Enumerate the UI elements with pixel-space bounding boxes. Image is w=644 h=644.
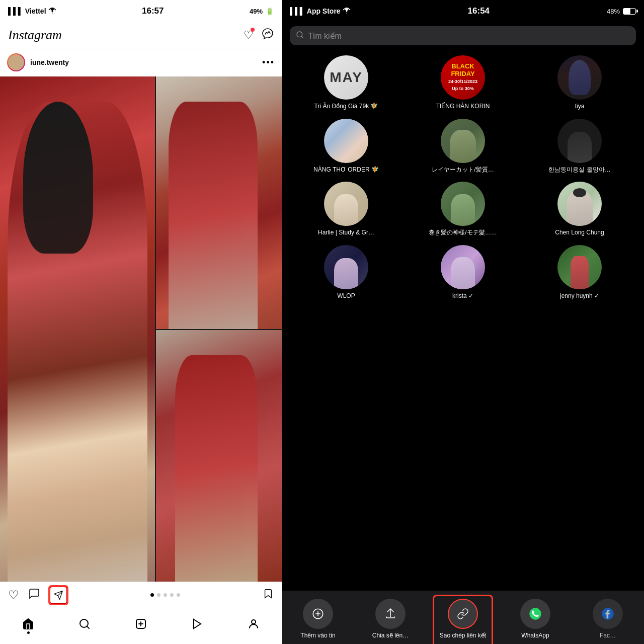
contact-korin[interactable]: BLACKFRIDAY24-30/11/2023Up to 30% TIẾNG … bbox=[407, 55, 519, 111]
nav-add[interactable] bbox=[130, 613, 152, 635]
facebook-svg bbox=[601, 607, 615, 621]
status-bar-right: ▌▌▌ App Store 16:54 48% bbox=[282, 0, 644, 22]
battery-right: 48% bbox=[607, 8, 620, 15]
contact-name-tiya: tiya bbox=[575, 103, 585, 111]
home-active-dot bbox=[27, 631, 30, 634]
maki-figure bbox=[451, 194, 475, 226]
svg-point-6 bbox=[529, 608, 541, 620]
contact-may[interactable]: MAY Tri Ân Đồng Giá 79k 🧚 bbox=[290, 55, 403, 111]
contact-jenny[interactable]: jenny huynh ✓ bbox=[523, 245, 636, 300]
contact-layer[interactable]: レイヤーカット/髪質… bbox=[407, 119, 519, 174]
contact-nangho[interactable]: NÀNG THƠ ORDER 🧚 bbox=[290, 119, 403, 174]
like-button[interactable]: ♡ bbox=[8, 588, 19, 602]
signal-icon: ▌▌▌ bbox=[8, 7, 23, 15]
profile-nav-icon bbox=[248, 618, 260, 630]
more-options-icon[interactable]: ••• bbox=[262, 57, 275, 68]
add-to-story-button[interactable]: Thêm vào tin bbox=[293, 599, 343, 640]
dot-2 bbox=[157, 593, 160, 597]
tiya-figure bbox=[569, 60, 591, 95]
contact-hannam[interactable]: 한남동미용실 올망아… bbox=[523, 119, 636, 174]
contact-name-harlie: Harlie | Study & Gr… bbox=[318, 229, 374, 237]
nav-home[interactable] bbox=[17, 613, 39, 635]
krista-figure bbox=[451, 257, 475, 289]
carrier-name: Viettel bbox=[25, 7, 46, 15]
bf-text: BLACKFRIDAY24-30/11/2023Up to 30% bbox=[448, 63, 477, 92]
app-store-status: ▌▌▌ App Store bbox=[290, 7, 351, 15]
contact-name-chen: Chen Long Chung bbox=[555, 229, 604, 237]
search-container: Tìm kiếm bbox=[282, 22, 644, 51]
jenny-figure bbox=[571, 256, 588, 289]
share-to-button[interactable]: Chia sẽ lên… bbox=[365, 599, 416, 640]
contact-krista[interactable]: krista ✓ bbox=[407, 245, 519, 300]
nav-reels[interactable] bbox=[186, 613, 208, 635]
battery-percent: 49% bbox=[250, 8, 263, 15]
bookmark-button[interactable] bbox=[263, 588, 274, 602]
notifications-button[interactable]: ♡ bbox=[244, 29, 254, 42]
comment-button[interactable] bbox=[28, 588, 40, 603]
wifi-icon bbox=[48, 7, 56, 15]
person-figure-br bbox=[175, 355, 258, 582]
copy-link-button[interactable]: Sao chép liên kết bbox=[438, 599, 488, 640]
add-to-story-label: Thêm vào tin bbox=[300, 632, 335, 640]
contact-chen[interactable]: Chen Long Chung bbox=[523, 182, 636, 237]
nav-profile[interactable] bbox=[243, 613, 265, 635]
hair-figure bbox=[23, 102, 93, 254]
contact-tiya[interactable]: tiya bbox=[523, 55, 636, 111]
dot-5 bbox=[177, 593, 180, 597]
share-to-label: Chia sẽ lên… bbox=[372, 632, 409, 640]
contact-name-korin: TIẾNG HÀN KORIN bbox=[436, 103, 490, 111]
contact-avatar-may: MAY bbox=[324, 55, 368, 100]
contact-name-may: Tri Ân Đồng Giá 79k 🧚 bbox=[314, 103, 378, 111]
contact-avatar-maki bbox=[441, 182, 485, 226]
search-nav-icon bbox=[78, 618, 91, 630]
contact-avatar-wlop bbox=[324, 245, 368, 289]
whatsapp-label: WhatsApp bbox=[521, 632, 549, 640]
person-figure-tr bbox=[169, 102, 257, 329]
username[interactable]: iune.twenty bbox=[30, 58, 69, 66]
whatsapp-share-button[interactable]: WhatsApp bbox=[510, 599, 560, 640]
right-status-icons: 48% bbox=[607, 8, 636, 15]
signal-bars-right: ▌▌▌ bbox=[290, 7, 305, 15]
contact-name-layer: レイヤーカット/髪質… bbox=[432, 166, 494, 174]
contact-name-hannam: 한남동미용실 올망아… bbox=[548, 166, 610, 174]
share-sheet-panel: ▌▌▌ App Store 16:54 48% Tìm kiếm bbox=[282, 0, 644, 644]
svg-point-3 bbox=[252, 620, 256, 624]
messenger-icon[interactable] bbox=[262, 28, 274, 43]
contact-name-nangho: NÀNG THƠ ORDER 🧚 bbox=[313, 166, 379, 174]
contacts-grid-section: MAY Tri Ân Đồng Giá 79k 🧚 BLACKFRIDAY24-… bbox=[282, 51, 644, 591]
status-icons: 49% 🔋 bbox=[250, 8, 274, 15]
send-button[interactable] bbox=[49, 586, 67, 604]
chen-wrap bbox=[557, 182, 602, 226]
contact-avatar-tiya bbox=[557, 55, 602, 100]
contact-harlie[interactable]: Harlie | Study & Gr… bbox=[290, 182, 403, 237]
contact-avatar-jenny bbox=[557, 245, 602, 289]
wifi-icon-right bbox=[343, 7, 351, 15]
contact-avatar-nangho bbox=[324, 119, 368, 163]
link-svg bbox=[457, 608, 469, 620]
facebook-label: Fac… bbox=[600, 632, 616, 640]
layer-figure bbox=[450, 130, 476, 163]
facebook-icon-circle bbox=[593, 599, 623, 629]
search-icon bbox=[296, 31, 304, 41]
contact-name-wlop: WLOP bbox=[337, 292, 355, 300]
contact-wlop[interactable]: WLOP bbox=[290, 245, 403, 300]
user-info[interactable]: iune.twenty bbox=[7, 53, 69, 71]
search-bar[interactable]: Tìm kiếm bbox=[290, 26, 636, 45]
hannam-figure bbox=[568, 132, 592, 163]
may-text: MAY bbox=[330, 69, 363, 86]
user-avatar[interactable] bbox=[7, 53, 25, 71]
add-nav-icon bbox=[135, 618, 147, 630]
contact-avatar-layer bbox=[441, 119, 485, 163]
maki-wrap bbox=[441, 182, 485, 226]
contact-maki[interactable]: 巻き髪の神様/モテ髮…… bbox=[407, 182, 519, 237]
facebook-share-button[interactable]: Fac… bbox=[583, 599, 633, 640]
bottom-navigation bbox=[0, 608, 282, 644]
battery-fill bbox=[623, 9, 630, 14]
nav-search[interactable] bbox=[73, 613, 96, 635]
search-placeholder[interactable]: Tìm kiếm bbox=[308, 31, 342, 41]
tiya-bg bbox=[557, 55, 602, 100]
reels-nav-icon bbox=[191, 618, 203, 630]
wlop-figure bbox=[334, 258, 358, 289]
status-bar-left: ▌▌▌ Viettel 16:57 49% 🔋 bbox=[0, 0, 282, 22]
krista-wrap bbox=[441, 245, 485, 289]
